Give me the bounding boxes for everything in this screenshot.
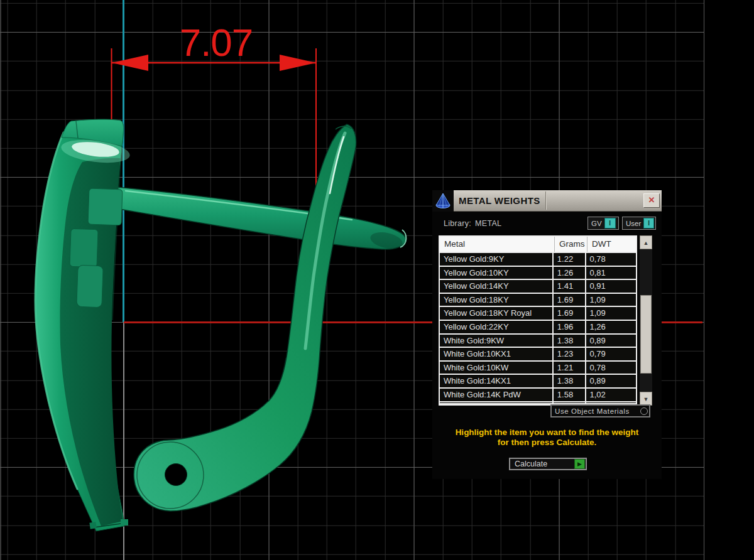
cad-viewport: 7.07 <box>0 0 754 560</box>
metal-table: Metal Grams DWT Yellow Gold:9KY 1.22 0,7… <box>439 235 637 406</box>
dimension-arrow-left-icon <box>112 55 148 71</box>
earring-model[interactable] <box>35 119 406 531</box>
gv-indicator-icon: I <box>604 218 616 229</box>
instruction-text-line2: for then press Calculate. <box>432 438 662 447</box>
metal-row[interactable]: White Gold:14KW 1.53 0,71 <box>440 402 636 403</box>
table-scrollbar[interactable]: ▲ ▼ <box>640 235 652 406</box>
scroll-up-icon[interactable]: ▲ <box>640 235 652 249</box>
metal-row[interactable]: Yellow Gold:22KY 1.96 1,26 <box>440 321 636 333</box>
dimension-value: 7.07 <box>180 21 253 64</box>
metal-row[interactable]: Yellow Gold:18KY 1.69 1,09 <box>440 294 636 306</box>
dimension-arrow-right-icon <box>280 55 316 71</box>
instruction-text-line1: Highlight the item you want to find the … <box>432 428 662 437</box>
calculate-arrow-icon: ▶ <box>574 459 585 469</box>
calculate-button[interactable]: Calculate ▶ <box>509 458 587 470</box>
user-toggle-button[interactable]: User I <box>622 217 656 230</box>
metal-table-header: Metal Grams DWT <box>440 237 636 252</box>
metal-table-rows: Yellow Gold:9KY 1.22 0,78 Yellow Gold:10… <box>440 252 636 403</box>
metal-row[interactable]: White Gold:10KW 1.21 0,78 <box>440 362 636 374</box>
dimension-annotation[interactable]: 7.07 <box>112 21 317 192</box>
materials-dropdown[interactable]: Use Object Materials <box>550 404 650 417</box>
user-indicator-icon: I <box>643 218 654 229</box>
metal-row[interactable]: White Gold:14K PdW 1.58 1,02 <box>440 389 636 401</box>
scroll-down-icon[interactable]: ▼ <box>640 392 652 406</box>
scrollbar-thumb[interactable] <box>640 295 652 374</box>
metal-row[interactable]: Yellow Gold:10KY 1.26 0,81 <box>440 267 636 279</box>
catch-plate-hole <box>165 464 187 486</box>
titlebar-divider <box>545 191 546 210</box>
model-lever-wire <box>134 124 356 511</box>
metal-weights-dialog: METAL WEIGHTS ✕ Library:METAL GV I User … <box>432 190 662 479</box>
library-label: Library:METAL <box>444 219 501 228</box>
metal-row[interactable]: White Gold:14KX1 1.38 0,89 <box>440 375 636 387</box>
close-icon[interactable]: ✕ <box>643 193 660 208</box>
metal-row[interactable]: White Gold:10KX1 1.23 0,79 <box>440 348 636 360</box>
dialog-titlebar[interactable]: METAL WEIGHTS ✕ <box>432 190 662 212</box>
metal-row[interactable]: Yellow Gold:9KY 1.22 0,78 <box>440 253 636 266</box>
header-grams: Grams <box>554 237 587 252</box>
dropdown-circle-icon <box>640 407 648 415</box>
gv-toggle-button[interactable]: GV I <box>587 217 619 230</box>
header-dwt: DWT <box>587 237 636 252</box>
model-front-band <box>35 119 131 531</box>
app-icon <box>432 190 454 212</box>
header-metal: Metal <box>440 237 554 252</box>
model-post-bar <box>116 187 406 251</box>
metal-row[interactable]: White Gold:9KW 1.38 0,89 <box>440 335 636 347</box>
library-value: METAL <box>475 219 501 228</box>
dialog-title: METAL WEIGHTS <box>454 195 540 206</box>
metal-row[interactable]: Yellow Gold:14KY 1.41 0,91 <box>440 280 636 293</box>
metal-row[interactable]: Yellow Gold:18KY Royal 1.69 1,09 <box>440 307 636 320</box>
